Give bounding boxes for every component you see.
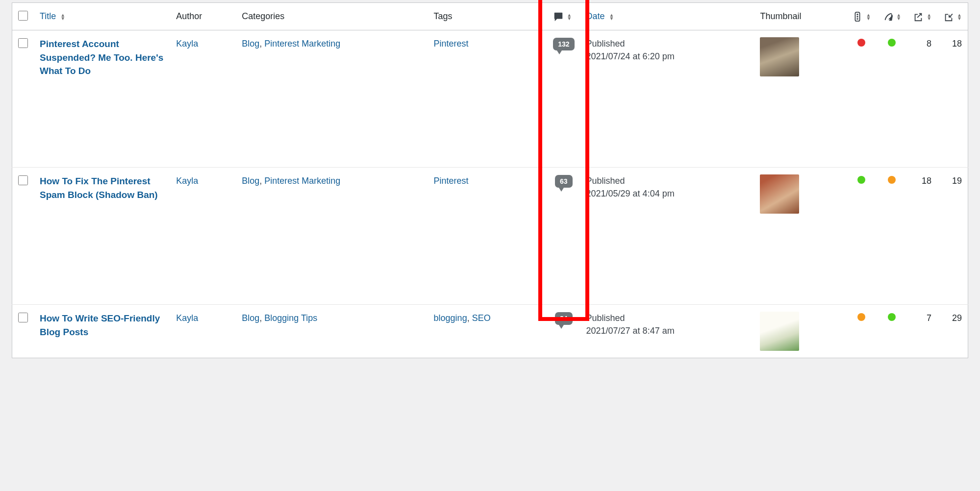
post-status: Published bbox=[586, 37, 749, 50]
tag-link[interactable]: Pinterest bbox=[434, 176, 469, 186]
thumbnail-image bbox=[760, 37, 799, 76]
row-checkbox[interactable] bbox=[18, 38, 28, 48]
date-header-label: Date bbox=[586, 11, 605, 21]
readability-column-header[interactable]: ▲▼ bbox=[846, 3, 877, 30]
comments-column-header[interactable]: ▲▼ bbox=[547, 3, 580, 30]
post-status: Published bbox=[586, 312, 749, 324]
category-link[interactable]: Blog bbox=[242, 39, 259, 49]
category-link[interactable]: Blog bbox=[242, 313, 259, 323]
author-link[interactable]: Kayla bbox=[176, 313, 198, 323]
incoming-links-count: 18 bbox=[937, 30, 968, 168]
post-title-link[interactable]: How To Write SEO-Friendly Blog Posts bbox=[40, 312, 164, 339]
seo-status-dot bbox=[888, 176, 896, 184]
sort-indicator-icon: ▲▼ bbox=[957, 13, 962, 20]
post-title-link[interactable]: Pinterest Account Suspended? Me Too. Her… bbox=[40, 37, 164, 78]
comment-icon bbox=[553, 11, 564, 22]
readability-status-dot bbox=[857, 39, 865, 47]
title-header-label: Title bbox=[40, 11, 56, 21]
table-row: How To Fix The Pinterest Spam Block (Sha… bbox=[12, 168, 968, 305]
sort-indicator-icon: ▲▼ bbox=[927, 13, 931, 20]
comment-count-badge[interactable]: 63 bbox=[555, 175, 573, 188]
seo-column-header[interactable]: ▲▼ bbox=[877, 3, 907, 30]
thumbnail-column-header[interactable]: Thumbnail bbox=[754, 3, 846, 30]
date-column-header[interactable]: Date ▲▼ bbox=[580, 3, 754, 30]
comment-count-badge[interactable]: 132 bbox=[553, 38, 574, 50]
incoming-links-count: 19 bbox=[937, 168, 968, 305]
svg-point-3 bbox=[857, 18, 858, 19]
sort-indicator-icon: ▲▼ bbox=[866, 13, 871, 20]
sort-indicator-icon: ▲▼ bbox=[609, 13, 614, 20]
category-link[interactable]: Blogging Tips bbox=[264, 313, 317, 323]
seo-status-dot bbox=[888, 313, 896, 321]
tag-link[interactable]: SEO bbox=[472, 313, 491, 323]
author-link[interactable]: Kayla bbox=[176, 176, 198, 186]
posts-table: Title ▲▼ Author Categories Tags ▲▼ Date … bbox=[12, 2, 968, 358]
sort-indicator-icon: ▲▼ bbox=[567, 13, 572, 20]
svg-point-1 bbox=[857, 13, 858, 15]
table-header-row: Title ▲▼ Author Categories Tags ▲▼ Date … bbox=[12, 3, 968, 30]
readability-status-dot bbox=[857, 313, 865, 321]
author-column-header[interactable]: Author bbox=[170, 3, 236, 30]
row-checkbox[interactable] bbox=[18, 175, 28, 185]
feather-icon bbox=[882, 11, 893, 22]
incoming-links-column-header[interactable]: ▲▼ bbox=[937, 3, 968, 30]
outgoing-links-count: 18 bbox=[907, 168, 937, 305]
post-date: 2021/07/24 at 6:20 pm bbox=[586, 50, 749, 63]
tag-link[interactable]: blogging bbox=[434, 313, 467, 323]
incoming-links-count: 29 bbox=[937, 305, 968, 358]
select-all-checkbox[interactable] bbox=[18, 11, 28, 21]
thumbnail-image bbox=[760, 312, 799, 351]
sort-indicator-icon: ▲▼ bbox=[60, 13, 65, 20]
outgoing-links-column-header[interactable]: ▲▼ bbox=[907, 3, 937, 30]
readability-status-dot bbox=[857, 176, 865, 184]
seo-status-dot bbox=[888, 39, 896, 47]
thumbnail-image bbox=[760, 174, 799, 214]
tags-column-header[interactable]: Tags bbox=[428, 3, 548, 30]
tag-link[interactable]: Pinterest bbox=[434, 39, 469, 49]
title-column-header[interactable]: Title ▲▼ bbox=[34, 3, 170, 30]
link-out-icon bbox=[913, 11, 924, 22]
sort-indicator-icon: ▲▼ bbox=[896, 13, 901, 20]
author-link[interactable]: Kayla bbox=[176, 39, 198, 49]
link-in-icon bbox=[943, 11, 954, 22]
category-link[interactable]: Blog bbox=[242, 176, 259, 186]
outgoing-links-count: 7 bbox=[907, 305, 937, 358]
select-all-header[interactable] bbox=[12, 3, 34, 30]
post-date: 2021/05/29 at 4:04 pm bbox=[586, 187, 749, 200]
category-link[interactable]: Pinterest Marketing bbox=[264, 176, 340, 186]
category-link[interactable]: Pinterest Marketing bbox=[264, 39, 340, 49]
categories-column-header[interactable]: Categories bbox=[236, 3, 427, 30]
post-title-link[interactable]: How To Fix The Pinterest Spam Block (Sha… bbox=[40, 174, 164, 201]
table-row: Pinterest Account Suspended? Me Too. Her… bbox=[12, 30, 968, 168]
post-status: Published bbox=[586, 174, 749, 187]
svg-point-2 bbox=[857, 16, 858, 17]
outgoing-links-count: 8 bbox=[907, 30, 937, 168]
table-row: How To Write SEO-Friendly Blog Posts Kay… bbox=[12, 305, 968, 358]
comment-count-badge[interactable]: 34 bbox=[555, 312, 573, 325]
post-date: 2021/07/27 at 8:47 am bbox=[586, 324, 749, 337]
row-checkbox[interactable] bbox=[18, 313, 28, 322]
traffic-light-icon bbox=[852, 11, 863, 22]
